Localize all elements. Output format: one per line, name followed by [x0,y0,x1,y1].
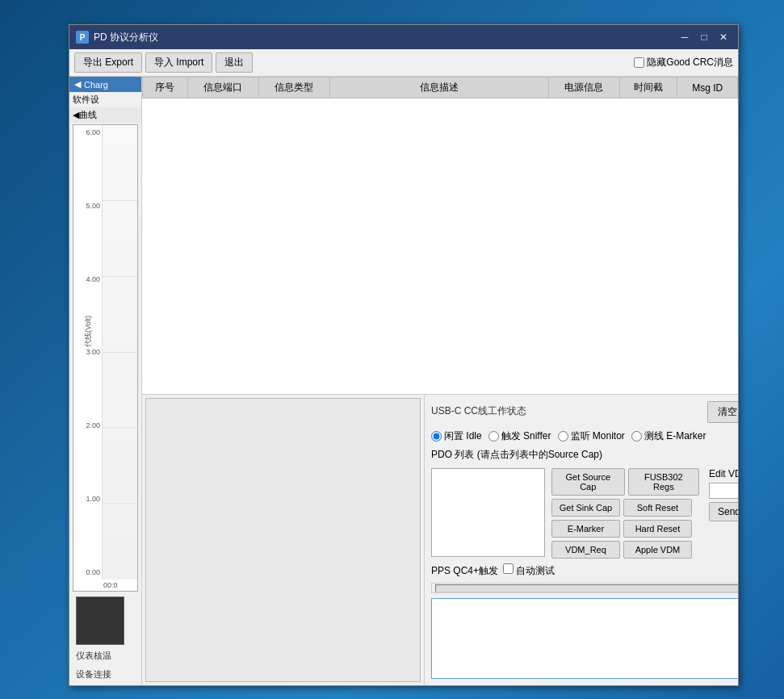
col-seq: 序号 [143,77,188,98]
left-sidebar: ◀ Charg 软件设 ◀ 曲线 6.00 5.00 4.00 3.00 2.0… [69,77,142,685]
main-window: P PD 协议分析仪 ─ □ ✕ 导出 Export 导入 Import 退出 … [69,24,739,686]
radio-idle-input[interactable] [431,431,442,442]
import-button[interactable]: 导入 Import [145,52,212,73]
radio-emarker[interactable]: 测线 E-Marker [631,429,706,443]
col-msgid: Msg ID [677,77,738,98]
usb-cc-status-title: USB-C CC线工作状态 [431,404,526,418]
table-body [142,98,738,394]
image-panel [142,395,425,685]
bottom-section: USB-C CC线工作状态 清空 Clear 闲置 Idle 触发 Sniffe… [142,395,738,685]
instrument-temp-label: 仪表核温 [73,648,138,663]
right-panel: 序号 信息端口 信息类型 信息描述 电源信息 时间截 Msg ID [142,77,738,685]
radio-idle[interactable]: 闲置 Idle [431,429,482,443]
radio-monitor-input[interactable] [558,431,568,442]
col-desc: 信息描述 [329,77,548,98]
sidebar-expand-icon: ◀ [74,79,81,90]
radio-monitor[interactable]: 监听 Monitor [558,429,625,443]
main-content: ◀ Charg 软件设 ◀ 曲线 6.00 5.00 4.00 3.00 2.0… [69,77,738,685]
window-title: PD 协议分析仪 [94,31,677,44]
small-image-display [76,596,124,645]
toolbar: 导出 Export 导入 Import 退出 隐藏Good CRC消息 [69,49,738,77]
pdo-section-title: PDO 列表 (请点击列表中的Source Cap) [431,448,738,462]
radio-idle-label: 闲置 Idle [444,429,482,443]
radio-sniffer-input[interactable] [488,431,499,442]
image-display-top [145,398,421,682]
control-panel: USB-C CC线工作状态 清空 Clear 闲置 Idle 触发 Sniffe… [425,395,738,685]
col-type: 信息类型 [258,77,329,98]
radio-group: 闲置 Idle 触发 Sniffer 监听 Monitor 测线 E- [431,429,738,443]
auto-test-checkbox[interactable] [503,563,514,574]
edit-vdm-input[interactable] [709,483,738,499]
collapse-icon: ◀ [73,110,79,120]
curve-label: 曲线 [79,109,97,121]
table-header-wrapper: 序号 信息端口 信息类型 信息描述 电源信息 时间截 Msg ID [142,77,738,98]
x-axis-ticks: 00:0 [102,580,137,591]
fusb302-regs-button[interactable]: FUSB302 Regs [628,468,699,496]
hard-reset-button[interactable]: Hard Reset [623,520,692,538]
radio-emarker-input[interactable] [631,431,642,442]
apple-vdm-button[interactable]: Apple VDM [623,541,692,559]
exit-button[interactable]: 退出 [216,52,253,73]
radio-monitor-label: 监听 Monitor [571,429,625,443]
software-settings-section[interactable]: 软件设 [69,92,141,107]
pdo-section: Get Source Cap FUSB302 Regs Get Sink Cap… [431,468,738,559]
y-axis-label: 代线(Volt) [83,299,94,363]
usb-cc-top-controls: USB-C CC线工作状态 清空 Clear [431,401,738,423]
minimize-button[interactable]: ─ [677,31,693,44]
sidebar-bottom: 仪表核温 设备连接 [69,593,141,685]
close-button[interactable]: ✕ [715,31,732,44]
data-table: 序号 信息端口 信息类型 信息描述 电源信息 时间截 Msg ID [142,77,738,98]
table-head: 序号 信息端口 信息类型 信息描述 电源信息 时间截 Msg ID [143,77,738,98]
software-settings-label: 软件设 [73,94,99,104]
radio-emarker-label: 测线 E-Marker [644,429,706,443]
edit-vdm-section: Edit VDM Send VDM [709,468,738,559]
pdo-btn-row-3: E-Marker Hard Reset [551,520,699,538]
pdo-btn-row-1: Get Source Cap FUSB302 Regs [551,468,699,496]
app-icon: P [76,31,89,44]
chart-grid [103,125,137,580]
export-button[interactable]: 导出 Export [74,52,142,73]
maximize-button[interactable]: □ [696,31,712,44]
table-container: 序号 信息端口 信息类型 信息描述 电源信息 时间截 Msg ID [142,77,738,395]
pdo-buttons: Get Source Cap FUSB302 Regs Get Sink Cap… [551,468,699,559]
send-vdm-button[interactable]: Send VDM [709,502,738,521]
e-marker-button[interactable]: E-Marker [551,520,620,538]
soft-reset-button[interactable]: Soft Reset [623,499,692,517]
radio-sniffer[interactable]: 触发 Sniffer [488,429,551,443]
radio-sniffer-label: 触发 Sniffer [501,429,551,443]
pps-section: PPS QC4+触发 自动测试 [431,563,738,578]
col-port: 信息端口 [187,77,258,98]
sidebar-header-label: Charg [84,80,108,90]
chart-plot-area [102,125,137,580]
pps-label: PPS QC4+触发 [431,564,498,578]
pdo-btn-row-2: Get Sink Cap Soft Reset [551,499,699,517]
log-textarea[interactable] [431,598,738,679]
get-sink-cap-button[interactable]: Get Sink Cap [551,499,620,517]
curve-section[interactable]: ◀ 曲线 [69,107,141,123]
title-bar: P PD 协议分析仪 ─ □ ✕ [69,25,738,49]
window-controls: ─ □ ✕ [677,31,732,44]
auto-test-text: 自动测试 [516,565,555,576]
hide-good-crc-checkbox[interactable] [634,57,644,68]
col-power: 电源信息 [548,77,619,98]
table-header-row: 序号 信息端口 信息类型 信息描述 电源信息 时间截 Msg ID [143,77,738,98]
device-connect-label: 设备连接 [73,667,138,682]
pdo-list-textarea[interactable] [431,468,545,557]
sidebar-chart: 6.00 5.00 4.00 3.00 2.00 1.00 0.00 [73,124,138,592]
sidebar-header[interactable]: ◀ Charg [69,77,141,92]
hide-good-crc-label[interactable]: 隐藏Good CRC消息 [634,56,733,69]
clear-button[interactable]: 清空 Clear [707,401,738,423]
scrollbar-area: ◀ ▶ [431,583,738,593]
col-time: 时间截 [619,77,677,98]
scrollbar-track[interactable] [435,584,738,592]
auto-test-label[interactable]: 自动测试 [503,563,555,578]
get-source-cap-button[interactable]: Get Source Cap [551,468,625,496]
edit-vdm-label: Edit VDM [709,468,738,479]
vdm-req-button[interactable]: VDM_Req [551,541,620,559]
pdo-btn-row-4: VDM_Req Apple VDM [551,541,699,559]
